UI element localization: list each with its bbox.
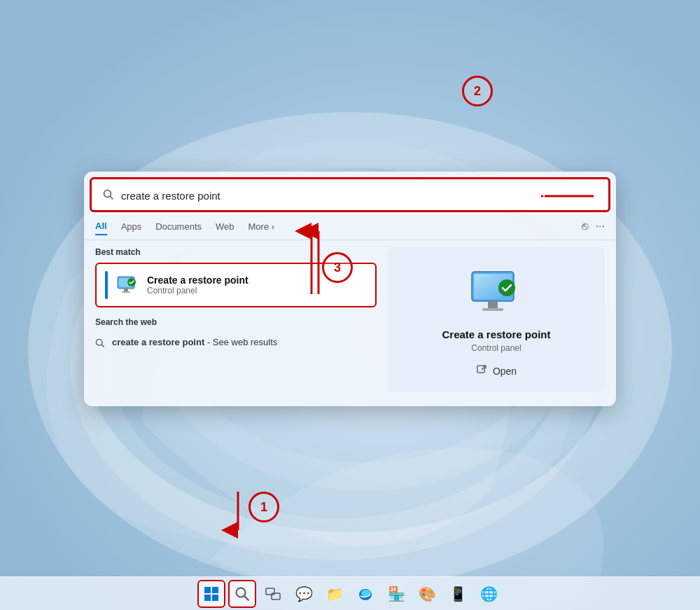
best-match-label: Best match [95,247,377,257]
svg-rect-29 [212,595,218,601]
start-button[interactable] [197,580,225,608]
search-panel: All Apps Documents Web More › ⎋ ··· Best… [84,172,616,406]
nav-right-icons: ⎋ ··· [582,220,605,233]
search-content: Best match [84,247,616,392]
svg-rect-20 [482,308,503,311]
web-search-query: create a restore point - See web results [112,337,277,347]
svg-rect-28 [204,595,211,601]
open-icon [476,364,487,378]
edge-button[interactable] [351,580,379,608]
tab-documents[interactable]: Documents [155,219,202,235]
svg-rect-22 [477,366,484,373]
right-app-title: Create a restore point [442,328,550,340]
left-panel: Best match [95,247,388,392]
right-panel: Create a restore point Control panel Ope… [388,247,605,392]
search-arrow-annotation [541,189,597,203]
web-search-label: Search the web [95,317,377,327]
search-input[interactable] [121,190,534,202]
web-search-text-container: create a restore point - See web results [112,337,277,347]
photos-button[interactable]: 🎨 [413,580,441,608]
svg-rect-12 [122,291,130,293]
network-button[interactable]: 🌐 [475,580,503,608]
tab-web[interactable]: Web [216,219,234,235]
phone-link-button[interactable]: 📱 [444,580,472,608]
tab-apps[interactable]: Apps [121,219,142,235]
tab-more[interactable]: More › [248,219,275,235]
right-app-subtitle: Control panel [471,343,521,353]
right-app-icon [468,268,524,317]
search-bar-container [90,177,610,212]
more-options-btn[interactable]: ··· [596,220,605,233]
restore-point-icon [116,274,139,296]
store-button[interactable]: 🏪 [382,580,410,608]
svg-rect-11 [124,289,128,291]
share-icon-btn[interactable]: ⎋ [582,220,589,233]
svg-rect-27 [212,587,218,593]
best-match-accent [105,271,108,299]
svg-line-5 [111,196,113,199]
search-magnifier-icon [103,189,114,203]
svg-line-15 [102,345,104,347]
file-explorer-button[interactable]: 📁 [321,580,349,608]
web-search-item[interactable]: create a restore point - See web results [95,333,377,354]
search-nav: All Apps Documents Web More › ⎋ ··· [84,218,616,240]
tab-all[interactable]: All [95,218,107,235]
svg-line-31 [244,596,248,600]
taskbar: 💬 📁 🏪 🎨 📱 🌐 [0,576,700,610]
svg-point-21 [498,279,515,296]
best-match-text: Create a restore point Control panel [147,275,248,296]
web-search-magnifier-icon [95,338,105,350]
best-match-item[interactable]: Create a restore point Control panel [95,263,377,307]
taskbar-icons: 💬 📁 🏪 🎨 📱 🌐 [197,580,503,608]
svg-rect-26 [204,587,211,593]
open-button[interactable]: Open [476,364,517,378]
svg-rect-19 [488,301,498,308]
task-view-button[interactable] [259,580,287,608]
taskbar-search-button[interactable] [228,580,256,608]
teams-button[interactable]: 💬 [290,580,318,608]
open-label: Open [493,366,517,377]
